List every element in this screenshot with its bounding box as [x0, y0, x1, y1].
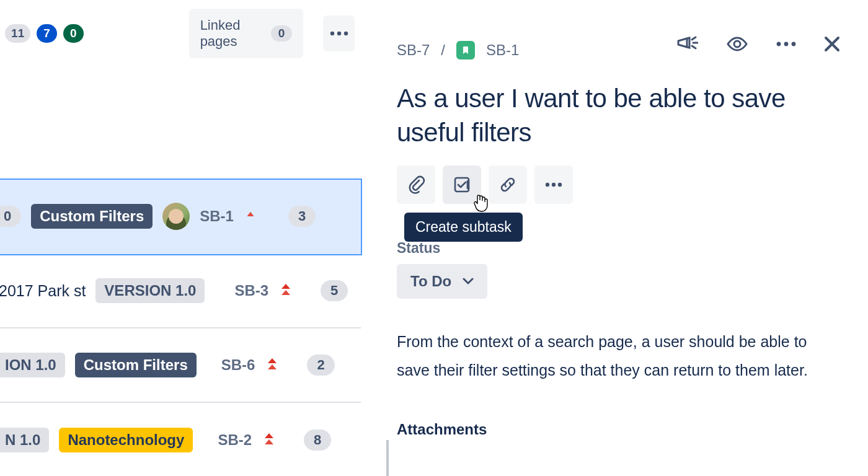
svg-point-11 — [558, 183, 562, 187]
story-points: 5 — [321, 280, 348, 301]
issue-key: SB-6 — [221, 356, 255, 374]
issue-row[interactable]: ION 1.0 Custom Filters SB-6 2 — [0, 328, 361, 403]
more-actions-button[interactable] — [534, 165, 573, 204]
issue-action-row: Create subtask — [397, 165, 856, 204]
issue-tag: Custom Filters — [75, 353, 197, 377]
list-header: 11 7 0 Linked pages 0 — [0, 0, 361, 58]
create-subtask-tooltip: Create subtask — [404, 213, 523, 242]
issue-list: 0 Custom Filters SB-1 3 2017 Park st VER… — [0, 180, 361, 476]
more-horizontal-icon — [330, 31, 348, 36]
priority-highest-icon — [278, 283, 293, 299]
count-green[interactable]: 0 — [63, 24, 84, 43]
priority-highest-icon — [262, 432, 277, 448]
issue-list-pane: 11 7 0 Linked pages 0 0 Custom Filters S… — [0, 0, 361, 476]
issue-description[interactable]: From the context of a search page, a use… — [397, 327, 825, 385]
link-icon — [498, 175, 517, 194]
svg-point-0 — [330, 32, 334, 35]
priority-medium-icon — [244, 209, 257, 223]
attach-button[interactable] — [397, 165, 435, 204]
assignee-avatar[interactable] — [162, 203, 190, 230]
create-subtask-button[interactable] — [443, 165, 481, 204]
attachments-divider — [386, 440, 389, 476]
svg-point-10 — [552, 183, 556, 187]
issue-title[interactable]: As a user I want to be able to save usef… — [397, 82, 856, 149]
close-icon[interactable] — [823, 35, 841, 53]
breadcrumb-separator: / — [441, 42, 445, 59]
story-type-icon — [456, 41, 475, 60]
priority-highest-icon — [265, 357, 280, 373]
partial-tag: N 1.0 — [0, 428, 49, 452]
attachment-icon — [407, 175, 425, 194]
status-value: To Do — [410, 273, 451, 290]
status-label: Status — [397, 240, 856, 257]
svg-point-9 — [546, 183, 549, 187]
link-button[interactable] — [489, 165, 527, 204]
more-button[interactable] — [323, 15, 355, 51]
more-horizontal-icon — [545, 182, 562, 187]
issue-detail-pane: SB-7 / SB-1 As a user I want to be able … — [397, 0, 856, 438]
svg-point-3 — [734, 41, 740, 47]
issue-row[interactable]: 0 Custom Filters SB-1 3 — [0, 180, 361, 254]
issue-row[interactable]: 2017 Park st VERSION 1.0 SB-3 5 — [0, 254, 361, 328]
watch-icon[interactable] — [725, 36, 749, 52]
svg-point-5 — [784, 42, 789, 46]
linked-pages-label: Linked pages — [200, 17, 261, 50]
subtask-icon — [453, 175, 471, 194]
issue-key: SB-3 — [234, 282, 268, 299]
breadcrumb-parent[interactable]: SB-7 — [397, 42, 430, 59]
lead-points: 0 — [0, 206, 21, 227]
issue-tag: Custom Filters — [31, 204, 153, 229]
svg-point-2 — [343, 32, 347, 35]
issue-key: SB-2 — [218, 431, 252, 449]
svg-point-4 — [777, 42, 781, 46]
breadcrumb-child[interactable]: SB-1 — [486, 42, 519, 59]
issue-row[interactable]: N 1.0 Nanotechnology SB-2 8 — [0, 403, 361, 476]
issue-tag: VERSION 1.0 — [95, 278, 205, 303]
story-points: 3 — [288, 206, 316, 227]
partial-tag: ION 1.0 — [0, 353, 65, 377]
feedback-icon[interactable] — [677, 35, 698, 53]
more-horizontal-icon[interactable] — [776, 42, 796, 46]
count-blue[interactable]: 7 — [37, 24, 57, 43]
issue-text: 2017 Park st — [0, 282, 86, 300]
linked-pages-button[interactable]: Linked pages 0 — [189, 9, 304, 58]
svg-point-6 — [792, 42, 796, 46]
linked-pages-count: 0 — [271, 25, 293, 42]
issue-tag: Nanotechnology — [59, 428, 193, 452]
chevron-down-icon — [463, 278, 474, 285]
count-gray[interactable]: 11 — [5, 24, 30, 43]
attachments-heading: Attachments — [397, 421, 856, 438]
story-points: 8 — [304, 430, 331, 451]
detail-top-actions — [677, 35, 841, 53]
svg-point-1 — [337, 32, 340, 35]
story-points: 2 — [307, 355, 334, 376]
issue-key: SB-1 — [200, 208, 234, 225]
status-dropdown[interactable]: To Do — [397, 264, 487, 299]
